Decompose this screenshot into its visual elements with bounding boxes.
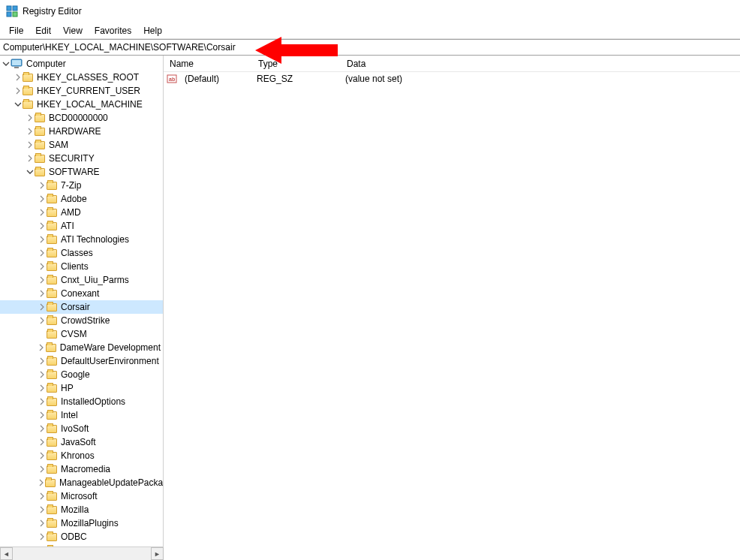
tree-node-software-child[interactable]: Cnxt_Uiu_Parms [0, 273, 163, 287]
tree-node-software-child[interactable]: ODBC [0, 530, 163, 543]
tree-node-software-child[interactable]: CrowdStrike [0, 314, 163, 327]
tree-node-software-child[interactable]: Adobe [0, 192, 163, 206]
expander-icon[interactable] [38, 519, 47, 528]
expander-icon[interactable] [38, 438, 47, 447]
folder-icon [47, 290, 57, 298]
expander-icon[interactable] [38, 505, 47, 514]
expander-icon[interactable] [38, 275, 47, 285]
tree-node-software-child[interactable]: HP [0, 381, 163, 395]
expander-icon[interactable] [14, 100, 23, 109]
scroll-track[interactable] [13, 547, 151, 560]
tree-label: MozillaPlugins [59, 517, 121, 529]
folder-icon [47, 263, 57, 271]
expander-icon[interactable] [38, 357, 47, 366]
expander-icon[interactable] [38, 343, 46, 352]
address-input[interactable] [3, 42, 737, 53]
expander-icon[interactable] [38, 546, 47, 546]
expander-icon[interactable] [2, 59, 11, 68]
tree-node-software-child[interactable]: CVSM [0, 327, 163, 341]
tree-node-software-child[interactable]: Clients [0, 260, 163, 273]
expander-icon[interactable] [26, 127, 35, 136]
col-name[interactable]: Name [164, 59, 252, 69]
tree-node-software-child[interactable]: DefaultUserEnvironment [0, 354, 163, 368]
tree-label: ATI [59, 220, 77, 232]
tree-node-software-child[interactable]: Conexant [0, 287, 163, 300]
list-header: Name Type Data [164, 56, 740, 72]
expander-icon[interactable] [38, 492, 47, 501]
tree-node-software-child[interactable]: 7-Zip [0, 179, 163, 192]
tree-horizontal-scrollbar[interactable]: ◄ ► [0, 546, 164, 560]
tree-node-software-child[interactable]: MozillaPlugins [0, 516, 163, 530]
expander-icon[interactable] [38, 478, 45, 487]
menu-help[interactable]: Help [137, 24, 168, 38]
tree-node-software-child[interactable]: Corsair [0, 300, 163, 314]
tree-label: OEM [59, 544, 83, 546]
col-type[interactable]: Type [252, 59, 341, 69]
expander-icon[interactable] [38, 181, 47, 190]
expander-icon[interactable] [26, 167, 35, 176]
scroll-right-button[interactable]: ► [151, 547, 164, 560]
expander-icon[interactable] [38, 221, 47, 230]
tree-node-software-child[interactable]: Khronos [0, 449, 163, 462]
expander-icon[interactable] [38, 465, 47, 474]
expander-icon[interactable] [38, 397, 47, 406]
expander-icon[interactable] [26, 140, 35, 149]
tree-node-software-child[interactable]: Macromedia [0, 462, 163, 476]
expander-icon[interactable] [38, 289, 47, 298]
tree-node-software-child[interactable]: OEM [0, 543, 163, 546]
tree-node-software-child[interactable]: Intel [0, 408, 163, 422]
tree-node-software-child[interactable]: Google [0, 368, 163, 381]
tree-node-sam[interactable]: SAM [0, 138, 163, 152]
tree-node-computer[interactable]: Computer [0, 57, 163, 71]
address-bar[interactable] [0, 39, 740, 56]
col-data[interactable]: Data [341, 59, 740, 69]
expander-icon[interactable] [14, 86, 23, 95]
tree-node-software-child[interactable]: Microsoft [0, 489, 163, 503]
expander-icon[interactable] [38, 451, 47, 460]
tree-node-hkcr[interactable]: HKEY_CLASSES_ROOT [0, 71, 163, 84]
tree-label: CVSM [59, 328, 89, 340]
tree-node-hklm[interactable]: HKEY_LOCAL_MACHINE [0, 98, 163, 111]
tree-node-software-child[interactable]: DameWare Development [0, 341, 163, 354]
tree-node-software-child[interactable]: ManageableUpdatePackages [0, 476, 163, 489]
menu-file[interactable]: File [3, 24, 29, 38]
menu-edit[interactable]: Edit [29, 24, 57, 38]
tree-node-software-child[interactable]: IvoSoft [0, 422, 163, 435]
expander-icon[interactable] [38, 262, 47, 271]
expander-icon[interactable] [26, 154, 35, 163]
tree-node-software-child[interactable]: Classes [0, 246, 163, 260]
menu-view[interactable]: View [57, 24, 89, 38]
expander-icon[interactable] [38, 384, 47, 393]
expander-icon[interactable] [38, 248, 47, 257]
tree-node-hkcu[interactable]: HKEY_CURRENT_USER [0, 84, 163, 98]
expander-icon[interactable] [38, 235, 47, 244]
tree-node-software-child[interactable]: ATI Technologies [0, 233, 163, 246]
expander-icon[interactable] [38, 532, 47, 541]
tree-node-software-child[interactable]: AMD [0, 206, 163, 219]
expander-icon[interactable] [38, 316, 47, 325]
expander-icon[interactable] [38, 303, 47, 312]
expander-icon[interactable] [38, 370, 47, 379]
menu-favorites[interactable]: Favorites [89, 24, 137, 38]
expander-icon[interactable] [14, 73, 23, 82]
expander-icon[interactable] [38, 208, 47, 217]
tree-node-software-child[interactable]: InstalledOptions [0, 395, 163, 408]
list-row[interactable]: ab (Default) REG_SZ (value not set) [164, 72, 740, 86]
folder-icon [47, 209, 57, 217]
expander-icon[interactable] [26, 113, 35, 122]
tree-node-bcd[interactable]: BCD00000000 [0, 111, 163, 125]
tree-node-software-child[interactable]: JavaSoft [0, 435, 163, 449]
tree-label: HP [59, 382, 76, 394]
tree-node-software-child[interactable]: Mozilla [0, 503, 163, 516]
tree-node-hardware[interactable]: HARDWARE [0, 125, 163, 138]
scroll-left-button[interactable]: ◄ [0, 547, 13, 560]
folder-icon [47, 492, 57, 501]
expander-icon[interactable] [38, 411, 47, 420]
tree-node-security[interactable]: SECURITY [0, 152, 163, 165]
expander-icon[interactable] [38, 194, 47, 203]
registry-tree[interactable]: Computer HKEY_CLASSES_ROOT HKEY_CURRENT_… [0, 56, 163, 546]
tree-label: InstalledOptions [59, 396, 128, 408]
expander-icon[interactable] [38, 424, 47, 433]
tree-node-software-child[interactable]: ATI [0, 219, 163, 233]
tree-node-software[interactable]: SOFTWARE [0, 165, 163, 179]
